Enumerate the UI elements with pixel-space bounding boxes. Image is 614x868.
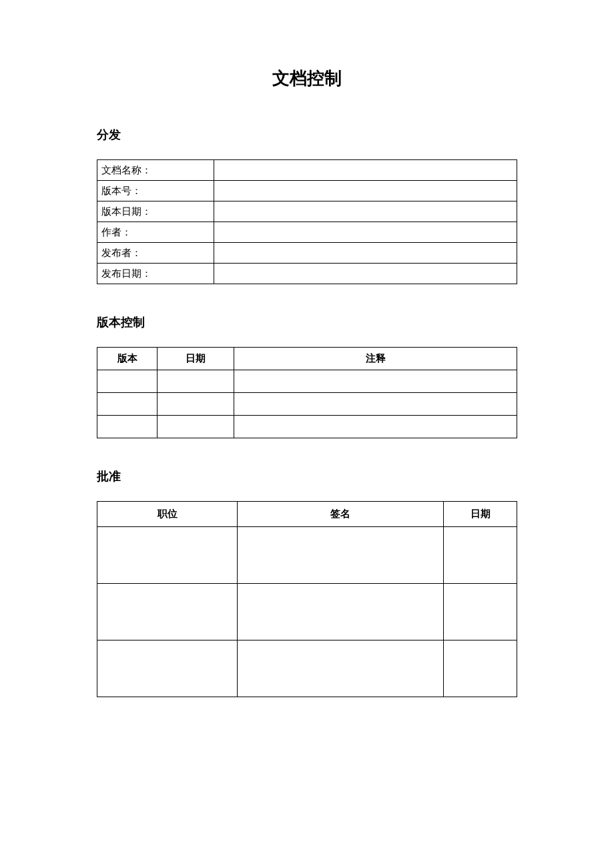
distribution-heading: 分发 bbox=[97, 127, 517, 143]
table-row: 发布者： bbox=[97, 243, 517, 264]
dist-value bbox=[214, 201, 517, 222]
table-header-row: 职位 签名 日期 bbox=[97, 502, 517, 527]
ap-cell-date bbox=[444, 527, 517, 584]
vc-cell-date bbox=[158, 370, 234, 393]
ap-header-position: 职位 bbox=[97, 502, 238, 527]
dist-label: 作者： bbox=[97, 222, 214, 243]
ap-cell-date bbox=[444, 584, 517, 640]
dist-label: 版本号： bbox=[97, 181, 214, 201]
ap-cell-position bbox=[97, 640, 238, 697]
dist-value bbox=[214, 160, 517, 181]
approval-heading: 批准 bbox=[97, 468, 517, 484]
ap-cell-position bbox=[97, 527, 238, 584]
vc-cell-version bbox=[97, 416, 158, 438]
distribution-table: 文档名称： 版本号： 版本日期： 作者： 发布者： 发布日期： bbox=[97, 159, 517, 284]
dist-label: 发布日期： bbox=[97, 264, 214, 284]
vc-header-date: 日期 bbox=[158, 348, 234, 370]
dist-value bbox=[214, 222, 517, 243]
table-row: 版本号： bbox=[97, 181, 517, 201]
dist-value bbox=[214, 181, 517, 201]
version-control-table: 版本 日期 注释 bbox=[97, 347, 517, 438]
version-control-section: 版本控制 版本 日期 注释 bbox=[97, 314, 517, 438]
ap-cell-position bbox=[97, 584, 238, 640]
dist-value bbox=[214, 243, 517, 264]
table-row: 文档名称： bbox=[97, 160, 517, 181]
vc-cell-comment bbox=[234, 416, 517, 438]
dist-label: 版本日期： bbox=[97, 201, 214, 222]
dist-label: 文档名称： bbox=[97, 160, 214, 181]
version-control-heading: 版本控制 bbox=[97, 314, 517, 330]
ap-header-signature: 签名 bbox=[238, 502, 444, 527]
vc-cell-version bbox=[97, 393, 158, 416]
table-row bbox=[97, 370, 517, 393]
page-title: 文档控制 bbox=[97, 67, 517, 90]
table-row bbox=[97, 416, 517, 438]
ap-header-date: 日期 bbox=[444, 502, 517, 527]
table-row bbox=[97, 584, 517, 640]
ap-cell-date bbox=[444, 640, 517, 697]
ap-cell-signature bbox=[238, 640, 444, 697]
ap-cell-signature bbox=[238, 527, 444, 584]
vc-cell-comment bbox=[234, 393, 517, 416]
vc-cell-comment bbox=[234, 370, 517, 393]
table-row: 版本日期： bbox=[97, 201, 517, 222]
table-row: 发布日期： bbox=[97, 264, 517, 284]
table-row bbox=[97, 393, 517, 416]
table-header-row: 版本 日期 注释 bbox=[97, 348, 517, 370]
table-row: 作者： bbox=[97, 222, 517, 243]
vc-cell-date bbox=[158, 416, 234, 438]
vc-header-version: 版本 bbox=[97, 348, 158, 370]
vc-cell-date bbox=[158, 393, 234, 416]
vc-cell-version bbox=[97, 370, 158, 393]
approval-section: 批准 职位 签名 日期 bbox=[97, 468, 517, 697]
distribution-section: 分发 文档名称： 版本号： 版本日期： 作者： 发布者： 发布日期： bbox=[97, 127, 517, 284]
table-row bbox=[97, 640, 517, 697]
dist-label: 发布者： bbox=[97, 243, 214, 264]
approval-table: 职位 签名 日期 bbox=[97, 501, 517, 697]
dist-value bbox=[214, 264, 517, 284]
ap-cell-signature bbox=[238, 584, 444, 640]
vc-header-comment: 注释 bbox=[234, 348, 517, 370]
table-row bbox=[97, 527, 517, 584]
